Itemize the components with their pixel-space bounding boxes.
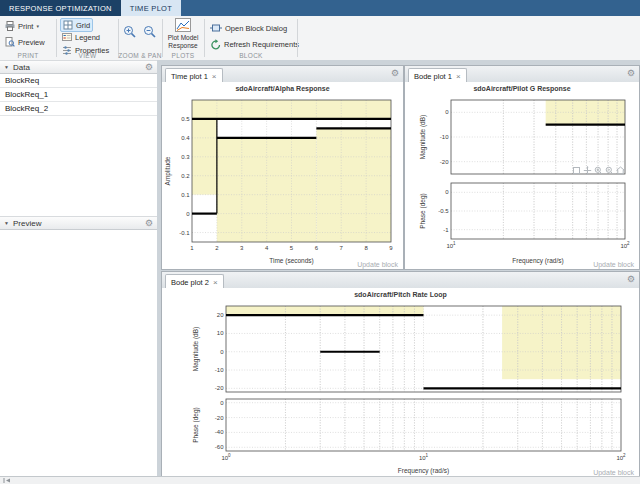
print-label: Print bbox=[18, 22, 33, 31]
open-block-dialog-button[interactable]: Open Block Dialog bbox=[208, 22, 289, 34]
svg-text:Frequency (rad/s): Frequency (rad/s) bbox=[398, 467, 449, 475]
tab-label: Time plot 1 bbox=[171, 72, 208, 81]
svg-text:-10: -10 bbox=[215, 367, 224, 373]
update-block-link[interactable]: Update block bbox=[357, 261, 398, 268]
plot-model-response-icon bbox=[175, 18, 191, 33]
gear-icon[interactable]: ⚙ bbox=[145, 62, 153, 72]
bode-plot-2-canvas[interactable]: 20100-10-20Magnitude (dB)0-20-40-6010010… bbox=[162, 303, 637, 475]
axes-toolbar bbox=[572, 166, 625, 175]
group-caption-view: VIEW bbox=[57, 52, 118, 59]
svg-text:-20: -20 bbox=[215, 415, 224, 421]
data-section-header[interactable]: ▼ Data ⚙ bbox=[0, 60, 157, 74]
gear-icon[interactable]: ⚙ bbox=[391, 68, 399, 78]
svg-text:0: 0 bbox=[220, 400, 224, 406]
figure-area: sdoAircraft/Pitch Rate Loop 20100-10-20M… bbox=[162, 288, 639, 477]
tab-label: Bode plot 1 bbox=[414, 72, 452, 81]
ribbon-tab-strip: RESPONSE OPTIMIZATION TIME PLOT bbox=[0, 0, 640, 16]
response-optimization-window: RESPONSE OPTIMIZATION TIME PLOT Print ▾ … bbox=[0, 0, 640, 484]
update-block-link[interactable]: Update block bbox=[593, 261, 634, 268]
bode-plot-2-panel: Bode plot 2 × ⚙ sdoAircraft/Pitch Rate L… bbox=[161, 271, 640, 478]
svg-text:Frequency (rad/s): Frequency (rad/s) bbox=[512, 257, 563, 265]
svg-text:-20: -20 bbox=[440, 159, 449, 165]
print-preview-icon bbox=[5, 37, 15, 47]
collapse-triangle-icon[interactable]: ▼ bbox=[4, 64, 9, 70]
close-icon[interactable]: × bbox=[456, 72, 461, 81]
home-icon[interactable] bbox=[616, 166, 625, 175]
zoom-in-icon[interactable] bbox=[123, 25, 137, 39]
preview-section-header[interactable]: ▼ Preview ⚙ bbox=[0, 216, 157, 230]
pan-icon[interactable] bbox=[583, 166, 592, 175]
update-block-link[interactable]: Update block bbox=[593, 469, 634, 476]
ribbon-group-zoom-pan: ZOOM & PAN bbox=[118, 16, 162, 60]
group-caption-block: BLOCK bbox=[205, 52, 297, 59]
preview-button[interactable]: Preview bbox=[3, 36, 47, 48]
gear-icon[interactable]: ⚙ bbox=[627, 274, 635, 284]
list-item-blockreq-1[interactable]: BlockReq_1 bbox=[0, 88, 157, 102]
plot-title: sdoAircraft/Alpha Response bbox=[162, 82, 403, 97]
svg-text:-1: -1 bbox=[443, 227, 449, 233]
zoom-in-icon[interactable] bbox=[594, 166, 603, 175]
tab-time-plot[interactable]: TIME PLOT bbox=[121, 0, 181, 16]
svg-text:7: 7 bbox=[340, 245, 344, 251]
grid-toggle-button[interactable]: Grid bbox=[60, 18, 93, 32]
close-icon[interactable]: × bbox=[213, 278, 218, 287]
time-plot-1-panel: Time plot 1 × ⚙ sdoAircraft/Alpha Respon… bbox=[161, 65, 404, 270]
ribbon-group-view: Grid Legend Properties VIEW bbox=[57, 16, 118, 60]
close-icon[interactable]: × bbox=[212, 72, 217, 81]
print-button[interactable]: Print ▾ bbox=[3, 20, 41, 32]
panel-tab-bar: Bode plot 2 × ⚙ bbox=[162, 272, 639, 289]
tab-time-plot-1[interactable]: Time plot 1 × bbox=[165, 68, 223, 83]
ribbon-group-plots: Plot Model Response PLOTS bbox=[162, 16, 204, 60]
group-caption-print: PRINT bbox=[0, 52, 56, 59]
svg-text:102: 102 bbox=[616, 453, 626, 461]
svg-text:4: 4 bbox=[265, 245, 269, 251]
svg-text:Time (seconds): Time (seconds) bbox=[269, 257, 314, 265]
figure-area: sdoAircraft/Alpha Response 0.50.40.30.20… bbox=[162, 82, 403, 269]
figure-area: sdoAircraft/Pilot G Response 0-10-20Magn… bbox=[405, 82, 639, 269]
zoom-out-icon[interactable] bbox=[143, 25, 157, 39]
tab-bode-plot-2[interactable]: Bode plot 2 × bbox=[165, 274, 224, 289]
plot-model-response-label-1: Plot Model bbox=[168, 34, 199, 41]
svg-text:0.3: 0.3 bbox=[181, 154, 190, 160]
svg-text:5: 5 bbox=[290, 245, 294, 251]
splitter-collapse-button[interactable] bbox=[3, 478, 13, 483]
svg-text:Phase (deg): Phase (deg) bbox=[192, 407, 200, 442]
svg-text:-20: -20 bbox=[215, 385, 224, 391]
legend-label: Legend bbox=[75, 33, 100, 42]
svg-text:2: 2 bbox=[215, 245, 219, 251]
refresh-requirements-button[interactable]: Refresh Requirements bbox=[208, 38, 301, 50]
bode-plot-1-canvas[interactable]: 0-10-20Magnitude (dB)0-0.5-1101102Phase … bbox=[405, 97, 637, 265]
printer-icon bbox=[5, 21, 15, 31]
time-plot-canvas[interactable]: 0.50.40.30.20.10-0.1123456789AmplitudeTi… bbox=[162, 97, 401, 265]
tab-response-optimization[interactable]: RESPONSE OPTIMIZATION bbox=[0, 0, 121, 16]
legend-toggle-button[interactable]: Legend bbox=[60, 31, 102, 43]
list-item-blockreq[interactable]: BlockReq bbox=[0, 74, 157, 88]
svg-text:-40: -40 bbox=[215, 429, 224, 435]
gear-icon[interactable]: ⚙ bbox=[145, 218, 153, 228]
preview-section-label: Preview bbox=[13, 219, 41, 228]
svg-text:1: 1 bbox=[190, 245, 194, 251]
dropdown-arrow-icon[interactable]: ▾ bbox=[36, 23, 39, 29]
svg-text:0: 0 bbox=[220, 349, 224, 355]
svg-text:9: 9 bbox=[389, 245, 393, 251]
svg-text:0.2: 0.2 bbox=[181, 173, 190, 179]
tab-bode-plot-1[interactable]: Bode plot 1 × bbox=[408, 68, 467, 83]
svg-text:0.1: 0.1 bbox=[181, 192, 190, 198]
zoom-out-icon[interactable] bbox=[605, 166, 614, 175]
collapse-triangle-icon[interactable]: ▼ bbox=[4, 220, 9, 226]
svg-text:102: 102 bbox=[620, 241, 630, 249]
plot-title: sdoAircraft/Pilot G Response bbox=[405, 82, 639, 97]
svg-text:Magnitude (dB): Magnitude (dB) bbox=[419, 115, 427, 159]
plot-dock-area: Time plot 1 × ⚙ sdoAircraft/Alpha Respon… bbox=[157, 60, 640, 477]
tab-label: Bode plot 2 bbox=[171, 278, 209, 287]
brush-icon[interactable] bbox=[572, 166, 581, 175]
list-item-blockreq-2[interactable]: BlockReq_2 bbox=[0, 102, 157, 116]
plot-model-response-button[interactable]: Plot Model Response bbox=[164, 18, 202, 50]
svg-text:Phase (deg): Phase (deg) bbox=[419, 193, 427, 228]
panel-tab-bar: Time plot 1 × ⚙ bbox=[162, 66, 403, 83]
ribbon-group-print: Print ▾ Preview PRINT bbox=[0, 16, 56, 60]
svg-text:100: 100 bbox=[221, 453, 231, 461]
gear-icon[interactable]: ⚙ bbox=[627, 68, 635, 78]
refresh-icon bbox=[210, 39, 221, 50]
svg-text:Magnitude (dB): Magnitude (dB) bbox=[192, 327, 200, 371]
